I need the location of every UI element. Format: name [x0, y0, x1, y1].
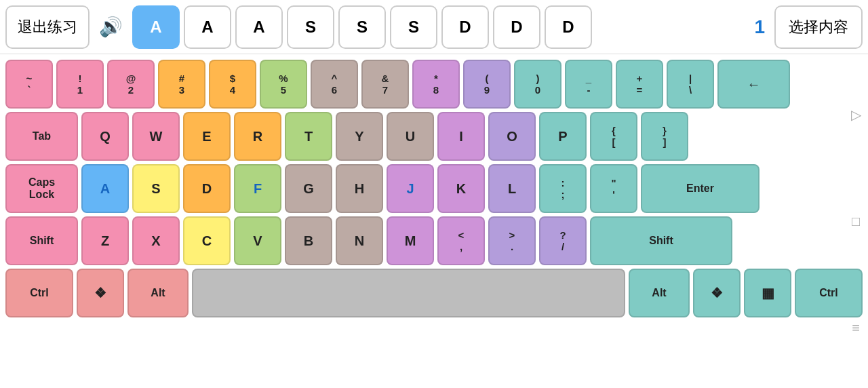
key-[interactable]: + =: [616, 60, 663, 109]
key-[interactable]: { [: [590, 112, 637, 161]
top-key-2[interactable]: A: [235, 5, 283, 49]
key-t[interactable]: T: [285, 112, 332, 161]
top-bar: 退出练习 🔊 AAASSSDDD 1 选择内容: [0, 0, 868, 54]
key-[interactable]: ❖: [693, 269, 741, 317]
key-x[interactable]: X: [132, 216, 180, 265]
key-i[interactable]: I: [437, 112, 485, 161]
key-q[interactable]: Q: [81, 112, 129, 161]
key-[interactable]: ? /: [539, 216, 587, 265]
key-n[interactable]: N: [336, 216, 383, 265]
key-s[interactable]: S: [132, 164, 180, 213]
key-r[interactable]: R: [234, 112, 281, 161]
key-[interactable]: ! 1: [56, 60, 104, 109]
key-shift[interactable]: Shift: [590, 216, 732, 265]
key-[interactable]: > .: [488, 216, 536, 265]
key-[interactable]: & 7: [361, 60, 409, 109]
key-l[interactable]: L: [488, 164, 536, 213]
key-[interactable]: * 8: [412, 60, 460, 109]
key-z[interactable]: Z: [81, 216, 129, 265]
key-f[interactable]: F: [234, 164, 281, 213]
top-key-5[interactable]: S: [390, 5, 437, 49]
row-number: ~ `! 1@ 2# 3$ 4% 5^ 6& 7* 8( 9) 0_ -+ =|…: [5, 60, 863, 109]
select-button[interactable]: 选择内容: [774, 5, 863, 49]
row-zxcv: ShiftZXCVBNM< ,> .? /Shift: [5, 216, 863, 265]
key-[interactable]: < ,: [437, 216, 485, 265]
row-asdf: Caps LockASDFGHJKL: ;" 'Enter: [5, 164, 863, 213]
key-[interactable]: ) 0: [514, 60, 561, 109]
key-b[interactable]: B: [285, 216, 332, 265]
keyboard-area: ~ `! 1@ 2# 3$ 4% 5^ 6& 7* 8( 9) 0_ -+ =|…: [0, 54, 868, 388]
key-[interactable]: @ 2: [107, 60, 155, 109]
key-shift[interactable]: Shift: [5, 216, 78, 265]
top-key-6[interactable]: D: [441, 5, 489, 49]
key-[interactable]: } ]: [641, 112, 688, 161]
top-key-3[interactable]: S: [287, 5, 334, 49]
key-m[interactable]: M: [387, 216, 434, 265]
key-space[interactable]: [192, 269, 625, 317]
key-[interactable]: ←: [717, 60, 790, 109]
key-tab[interactable]: Tab: [5, 112, 78, 161]
key-[interactable]: $ 4: [209, 60, 256, 109]
key-k[interactable]: K: [437, 164, 485, 213]
row-bottom: Ctrl❖AltAlt❖▦Ctrl: [5, 269, 863, 317]
row-qwerty: TabQWERTYUIOP{ [} ]: [5, 112, 863, 161]
key-[interactable]: ▦: [744, 269, 791, 317]
key-d[interactable]: D: [183, 164, 231, 213]
top-number: 1: [749, 16, 770, 38]
top-key-7[interactable]: D: [493, 5, 540, 49]
key-enter[interactable]: Enter: [641, 164, 760, 213]
key-c[interactable]: C: [183, 216, 231, 265]
top-key-1[interactable]: A: [184, 5, 231, 49]
key-e[interactable]: E: [183, 112, 231, 161]
key-[interactable]: | \: [667, 60, 714, 109]
key-alt[interactable]: Alt: [629, 269, 690, 317]
key-y[interactable]: Y: [336, 112, 383, 161]
menu-icon: ≡: [852, 320, 860, 336]
key-h[interactable]: H: [336, 164, 383, 213]
square-icon: □: [852, 214, 860, 229]
key-[interactable]: ^ 6: [311, 60, 358, 109]
key-[interactable]: : ;: [539, 164, 587, 213]
exit-button[interactable]: 退出练习: [5, 5, 90, 49]
speaker-button[interactable]: 🔊: [94, 16, 128, 38]
key-[interactable]: ❖: [77, 269, 124, 317]
key-[interactable]: # 3: [158, 60, 205, 109]
key-v[interactable]: V: [234, 216, 281, 265]
key-w[interactable]: W: [132, 112, 180, 161]
key-j[interactable]: J: [387, 164, 434, 213]
triangle-icon: ▷: [851, 106, 861, 123]
key-caps[interactable]: Caps Lock: [5, 164, 78, 213]
top-key-8[interactable]: D: [545, 5, 592, 49]
keyboard: ~ `! 1@ 2# 3$ 4% 5^ 6& 7* 8( 9) 0_ -+ =|…: [5, 60, 863, 383]
top-key-0[interactable]: A: [132, 5, 180, 49]
key-o[interactable]: O: [488, 112, 536, 161]
right-icons-panel: ▷ □ ≡: [844, 54, 868, 388]
key-[interactable]: ~ `: [5, 60, 53, 109]
key-[interactable]: " ': [590, 164, 637, 213]
key-a[interactable]: A: [81, 164, 129, 213]
key-[interactable]: _ -: [565, 60, 612, 109]
key-alt[interactable]: Alt: [127, 269, 189, 317]
top-key-4[interactable]: S: [338, 5, 386, 49]
key-[interactable]: ( 9: [463, 60, 511, 109]
key-ctrl[interactable]: Ctrl: [5, 269, 73, 317]
top-key-sequence: AAASSSDDD: [132, 5, 745, 49]
key-[interactable]: % 5: [260, 60, 307, 109]
key-u[interactable]: U: [387, 112, 434, 161]
key-p[interactable]: P: [539, 112, 587, 161]
key-g[interactable]: G: [285, 164, 332, 213]
